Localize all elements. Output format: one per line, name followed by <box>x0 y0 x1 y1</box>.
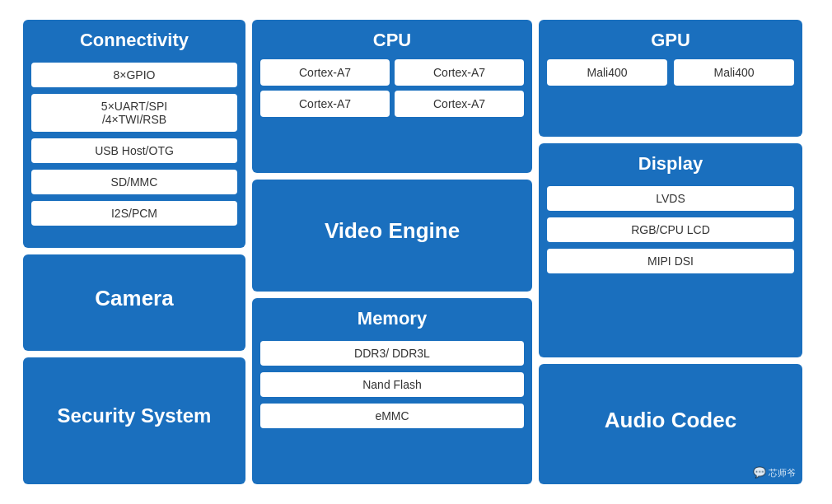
display-item-1: RGB/CPU LCD <box>547 217 794 242</box>
column-2: CPU Cortex-A7 Cortex-A7 Cortex-A7 Cortex… <box>252 20 532 484</box>
display-title: Display <box>638 153 703 175</box>
gpu-row: Mali400 Mali400 <box>547 59 794 86</box>
video-engine-block: Video Engine <box>252 180 532 292</box>
camera-title: Camera <box>95 286 173 311</box>
connectivity-block: Connectivity 8×GPIO 5×UART/SPI/4×TWI/RSB… <box>23 20 245 248</box>
memory-item-1: Nand Flash <box>260 372 524 397</box>
security-title: Security System <box>58 404 212 428</box>
cpu-block: CPU Cortex-A7 Cortex-A7 Cortex-A7 Cortex… <box>252 20 532 173</box>
column-1: Connectivity 8×GPIO 5×UART/SPI/4×TWI/RSB… <box>23 20 245 484</box>
cpu-core-3: Cortex-A7 <box>395 91 524 117</box>
watermark-text: 芯师爷 <box>769 468 796 478</box>
cpu-core-0: Cortex-A7 <box>260 59 390 86</box>
connectivity-item-4: I2S/PCM <box>31 201 237 226</box>
gpu-title: GPU <box>651 30 690 51</box>
wechat-icon: 💬 <box>753 466 766 478</box>
display-item-0: LVDS <box>547 186 794 211</box>
cpu-core-1: Cortex-A7 <box>395 59 524 86</box>
memory-block: Memory DDR3/ DDR3L Nand Flash eMMC <box>252 298 532 484</box>
audio-codec-block: Audio Codec 💬 芯师爷 <box>539 364 802 484</box>
audio-title: Audio Codec <box>605 408 736 433</box>
connectivity-item-1: 5×UART/SPI/4×TWI/RSB <box>31 94 237 132</box>
connectivity-title: Connectivity <box>80 30 189 51</box>
video-title: Video Engine <box>325 218 460 244</box>
connectivity-item-2: USB Host/OTG <box>31 138 237 163</box>
gpu-item-0: Mali400 <box>547 59 667 86</box>
connectivity-item-0: 8×GPIO <box>31 63 237 87</box>
memory-item-2: eMMC <box>260 404 524 428</box>
gpu-item-1: Mali400 <box>674 59 794 86</box>
gpu-block: GPU Mali400 Mali400 <box>539 20 802 137</box>
watermark: 💬 芯师爷 <box>753 466 796 479</box>
memory-title: Memory <box>358 308 427 329</box>
display-item-2: MIPI DSI <box>547 249 794 273</box>
cpu-title: CPU <box>373 30 411 51</box>
cpu-grid: Cortex-A7 Cortex-A7 Cortex-A7 Cortex-A7 <box>260 59 524 117</box>
display-block: Display LVDS RGB/CPU LCD MIPI DSI <box>539 143 802 357</box>
block-diagram: Connectivity 8×GPIO 5×UART/SPI/4×TWI/RSB… <box>16 13 816 491</box>
camera-block: Camera <box>23 254 245 351</box>
connectivity-item-3: SD/MMC <box>31 170 237 194</box>
memory-item-0: DDR3/ DDR3L <box>260 341 524 366</box>
cpu-core-2: Cortex-A7 <box>260 91 390 117</box>
security-block: Security System <box>23 357 245 484</box>
column-3: GPU Mali400 Mali400 Display LVDS RGB/CPU… <box>539 20 802 484</box>
